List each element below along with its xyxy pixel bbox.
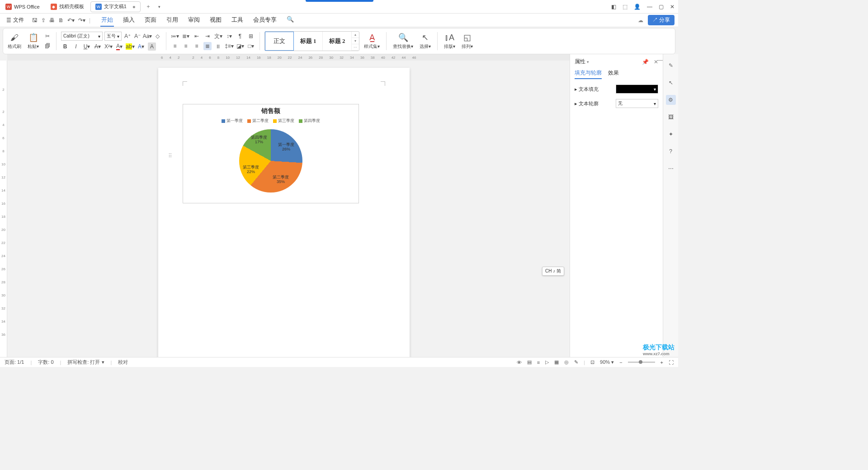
chevron-down-icon[interactable]: ▾ xyxy=(587,60,589,64)
tab-wps-office[interactable]: W WPS Office xyxy=(1,1,44,12)
status-words[interactable]: 字数: 0 xyxy=(38,359,53,366)
number-list-icon[interactable]: ≣▾ xyxy=(182,32,190,40)
font-name-select[interactable]: Calibri (正文)▾ xyxy=(61,32,103,41)
print-preview-icon[interactable]: 🗎 xyxy=(58,17,64,24)
tab-tools[interactable]: 工具 xyxy=(231,14,244,27)
font-size-select[interactable]: 五号▾ xyxy=(104,32,122,41)
rail-select-icon[interactable]: ↖ xyxy=(666,78,676,88)
save-icon[interactable]: 🖫 xyxy=(32,17,38,24)
align-center-icon[interactable]: ≡ xyxy=(182,42,190,50)
view-markup-icon[interactable]: ✎ xyxy=(574,359,578,365)
text-outline-select[interactable]: 无▾ xyxy=(616,99,658,108)
style-scroll[interactable]: ▴▾⋯ xyxy=(352,32,359,51)
zoom-out-icon[interactable]: − xyxy=(619,360,622,365)
avatar-icon[interactable]: 👤 xyxy=(634,4,641,10)
window-tile-icon[interactable]: ◧ xyxy=(611,4,616,10)
tab-effects[interactable]: 效果 xyxy=(608,69,619,79)
tab-fill-outline[interactable]: 填充与轮廓 xyxy=(575,69,602,79)
page[interactable]: ⠿ 销售额 第一季度 第二季度 第三季度 第四季度 第一季度26% 第二季度35… xyxy=(158,68,410,357)
export-icon[interactable]: ⇪ xyxy=(41,17,46,24)
share-button[interactable]: ↗ 分享 xyxy=(648,15,675,25)
shading-icon[interactable]: ◪▾ xyxy=(236,42,244,50)
line-spacing-icon[interactable]: ‡≡▾ xyxy=(225,42,233,50)
status-page[interactable]: 页面: 1/1 xyxy=(5,359,24,366)
tab-template[interactable]: ◆ 找稻壳模板 xyxy=(46,1,89,12)
ime-indicator[interactable]: CH ♪ 简 xyxy=(542,267,564,276)
fit-page-icon[interactable]: ⊡ xyxy=(590,359,594,365)
tab-menu-button[interactable]: ▾ xyxy=(155,3,163,11)
clear-format-icon[interactable]: ◇ xyxy=(153,32,161,40)
fullscreen-icon[interactable]: ⛶ xyxy=(669,360,674,365)
styles-gallery[interactable]: 正文 标题 1 标题 2 ▴▾⋯ xyxy=(264,31,359,51)
strike-icon[interactable]: A▾ xyxy=(94,42,102,51)
bold-icon[interactable]: B xyxy=(61,42,69,51)
rail-settings-icon[interactable]: ⚙ xyxy=(666,95,676,105)
sort-icon[interactable]: ↕▾ xyxy=(225,32,233,40)
print-icon[interactable]: 🖶 xyxy=(49,17,55,24)
close-icon[interactable]: ● xyxy=(132,4,136,10)
cloud-icon[interactable]: ☁ xyxy=(638,17,643,24)
decrease-indent-icon[interactable]: ⇤ xyxy=(193,32,201,40)
style-heading1[interactable]: 标题 1 xyxy=(294,32,323,51)
maximize-icon[interactable]: ▢ xyxy=(659,4,664,10)
italic-icon[interactable]: I xyxy=(72,42,80,51)
find-replace-button[interactable]: 🔍 查找替换▾ xyxy=(391,33,415,50)
bullet-list-icon[interactable]: ≔▾ xyxy=(171,32,179,40)
text-effects-icon[interactable]: A▾ xyxy=(137,42,145,51)
minimize-icon[interactable]: — xyxy=(647,4,652,10)
close-window-icon[interactable]: ✕ xyxy=(670,4,675,10)
rail-pen-icon[interactable]: ✎ xyxy=(666,61,676,70)
copy-icon[interactable]: 🗐 xyxy=(43,42,52,50)
paste-button[interactable]: 📋 粘贴▾ xyxy=(26,33,41,50)
ruler-vertical[interactable]: 224681012141618202224262830323436 xyxy=(0,61,7,357)
select-button[interactable]: ↖ 选择▾ xyxy=(418,33,433,50)
view-focus-icon[interactable]: ◎ xyxy=(564,359,569,365)
arrange-button[interactable]: ◱ 排列▾ xyxy=(460,33,475,50)
align-left-icon[interactable]: ≡ xyxy=(171,42,179,50)
font-color-icon[interactable]: A▾ xyxy=(115,42,123,51)
zoom-slider[interactable] xyxy=(628,362,655,363)
char-shading-icon[interactable]: A xyxy=(148,42,156,51)
underline-icon[interactable]: U▾ xyxy=(83,42,91,51)
ruler-horizontal[interactable]: 6422468101214161820222426283032343638404… xyxy=(7,54,570,61)
format-painter-button[interactable]: 🖌 格式刷 xyxy=(6,33,23,50)
zoom-in-icon[interactable]: + xyxy=(660,360,663,365)
zoom-level[interactable]: 90% ▾ xyxy=(600,359,614,365)
align-right-icon[interactable]: ≡ xyxy=(193,42,201,50)
tab-view[interactable]: 视图 xyxy=(209,14,222,27)
styleset-button[interactable]: A̲ 样式集▾ xyxy=(362,33,382,50)
view-web-icon[interactable]: ▦ xyxy=(554,359,559,365)
distribute-icon[interactable]: ⫼ xyxy=(214,42,222,50)
status-spellcheck[interactable]: 拼写检查: 打开 ▾ xyxy=(67,359,104,366)
cube-icon[interactable]: ⬚ xyxy=(623,4,627,10)
panel-collapse-icon[interactable]: — xyxy=(657,57,663,63)
chart-object[interactable]: 销售额 第一季度 第二季度 第三季度 第四季度 第一季度26% 第二季度35% … xyxy=(183,104,359,203)
increase-indent-icon[interactable]: ⇥ xyxy=(203,32,212,40)
drag-handle-icon[interactable]: ⠿ xyxy=(168,153,172,159)
text-fill-select[interactable]: ▾ xyxy=(616,85,658,94)
view-page-icon[interactable]: ▤ xyxy=(527,359,532,365)
chart-legend[interactable]: 第一季度 第二季度 第三季度 第四季度 xyxy=(183,118,359,124)
borders-icon[interactable]: ⊞ xyxy=(247,32,255,40)
search-icon[interactable]: 🔍 xyxy=(286,14,295,27)
view-outline-icon[interactable]: ≡ xyxy=(537,360,540,365)
change-case-icon[interactable]: Aa▾ xyxy=(143,32,151,40)
cut-icon[interactable]: ✂ xyxy=(43,32,52,40)
new-tab-button[interactable]: ＋ xyxy=(144,3,152,11)
tab-home[interactable]: 开始 xyxy=(100,14,114,27)
rail-help-icon[interactable]: ? xyxy=(666,146,676,156)
undo-icon[interactable]: ↶▾ xyxy=(67,17,75,24)
redo-icon[interactable]: ↷▾ xyxy=(78,17,85,24)
layout-button[interactable]: ⫿A 排版▾ xyxy=(442,33,457,50)
highlight-icon[interactable]: ab▾ xyxy=(126,42,134,51)
pie-chart[interactable]: 第一季度26% 第二季度35% 第三季度22% 第四季度17% xyxy=(239,129,302,193)
tab-review[interactable]: 审阅 xyxy=(187,14,201,27)
tab-document[interactable]: W 文字文稿1 ● xyxy=(90,1,141,12)
file-menu[interactable]: ☰ 文件 xyxy=(4,15,27,25)
rail-more-icon[interactable]: ⋯ xyxy=(666,164,676,174)
text-direction-icon[interactable]: 文▾ xyxy=(214,32,222,40)
view-read-icon[interactable]: ▷ xyxy=(545,359,549,365)
rail-image-icon[interactable]: 🖼 xyxy=(666,112,676,122)
view-eye-icon[interactable]: 👁 xyxy=(517,360,522,365)
tab-member[interactable]: 会员专享 xyxy=(252,14,278,27)
